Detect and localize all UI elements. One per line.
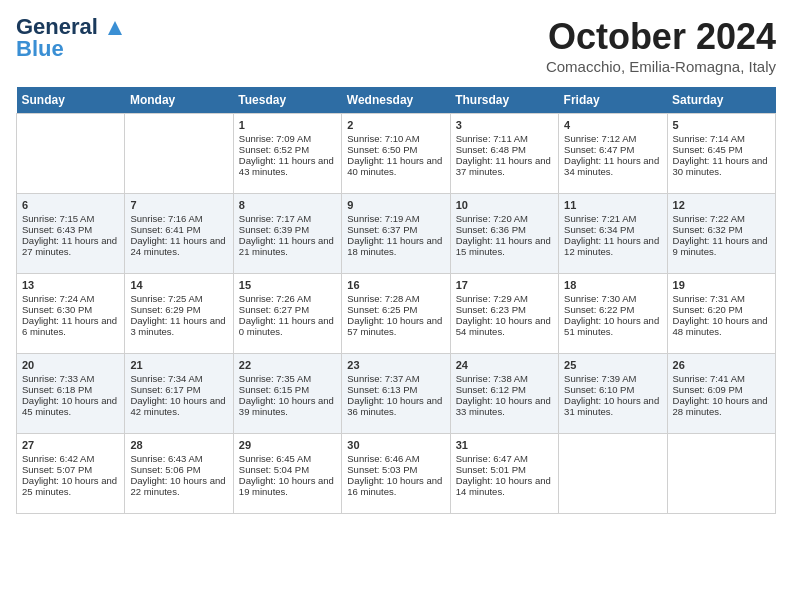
week-row-1: 1Sunrise: 7:09 AMSunset: 6:52 PMDaylight… [17,114,776,194]
cell-w4-d7: 26Sunrise: 7:41 AMSunset: 6:09 PMDayligh… [667,354,775,434]
sunrise-text: Sunrise: 7:33 AM [22,373,119,384]
sunset-text: Sunset: 5:07 PM [22,464,119,475]
cell-w2-d7: 12Sunrise: 7:22 AMSunset: 6:32 PMDayligh… [667,194,775,274]
daylight-text: Daylight: 10 hours and 42 minutes. [130,395,227,417]
daylight-text: Daylight: 10 hours and 36 minutes. [347,395,444,417]
daylight-text: Daylight: 10 hours and 39 minutes. [239,395,336,417]
sunrise-text: Sunrise: 7:14 AM [673,133,770,144]
day-number: 2 [347,119,444,131]
daylight-text: Daylight: 11 hours and 9 minutes. [673,235,770,257]
sunset-text: Sunset: 6:09 PM [673,384,770,395]
sunset-text: Sunset: 6:25 PM [347,304,444,315]
day-number: 12 [673,199,770,211]
sunset-text: Sunset: 6:37 PM [347,224,444,235]
day-number: 14 [130,279,227,291]
cell-w2-d3: 8Sunrise: 7:17 AMSunset: 6:39 PMDaylight… [233,194,341,274]
day-number: 20 [22,359,119,371]
cell-w4-d4: 23Sunrise: 7:37 AMSunset: 6:13 PMDayligh… [342,354,450,434]
daylight-text: Daylight: 11 hours and 3 minutes. [130,315,227,337]
sunset-text: Sunset: 6:52 PM [239,144,336,155]
cell-w1-d1 [17,114,125,194]
day-number: 26 [673,359,770,371]
sunset-text: Sunset: 6:13 PM [347,384,444,395]
day-number: 10 [456,199,553,211]
day-number: 27 [22,439,119,451]
sunset-text: Sunset: 5:04 PM [239,464,336,475]
day-number: 13 [22,279,119,291]
cell-w5-d1: 27Sunrise: 6:42 AMSunset: 5:07 PMDayligh… [17,434,125,514]
month-title: October 2024 [546,16,776,58]
day-number: 25 [564,359,661,371]
sunset-text: Sunset: 6:45 PM [673,144,770,155]
sunrise-text: Sunrise: 7:29 AM [456,293,553,304]
sunrise-text: Sunrise: 7:22 AM [673,213,770,224]
week-row-5: 27Sunrise: 6:42 AMSunset: 5:07 PMDayligh… [17,434,776,514]
daylight-text: Daylight: 10 hours and 19 minutes. [239,475,336,497]
sunrise-text: Sunrise: 6:46 AM [347,453,444,464]
cell-w1-d4: 2Sunrise: 7:10 AMSunset: 6:50 PMDaylight… [342,114,450,194]
day-number: 23 [347,359,444,371]
sunrise-text: Sunrise: 7:12 AM [564,133,661,144]
sunrise-text: Sunrise: 7:38 AM [456,373,553,384]
svg-marker-0 [108,21,122,35]
sunset-text: Sunset: 6:41 PM [130,224,227,235]
sunrise-text: Sunrise: 7:16 AM [130,213,227,224]
daylight-text: Daylight: 11 hours and 21 minutes. [239,235,336,257]
sunrise-text: Sunrise: 6:43 AM [130,453,227,464]
sunset-text: Sunset: 6:32 PM [673,224,770,235]
cell-w5-d3: 29Sunrise: 6:45 AMSunset: 5:04 PMDayligh… [233,434,341,514]
cell-w2-d4: 9Sunrise: 7:19 AMSunset: 6:37 PMDaylight… [342,194,450,274]
day-number: 11 [564,199,661,211]
cell-w4-d3: 22Sunrise: 7:35 AMSunset: 6:15 PMDayligh… [233,354,341,434]
calendar-header-row: Sunday Monday Tuesday Wednesday Thursday… [17,87,776,114]
sunrise-text: Sunrise: 7:41 AM [673,373,770,384]
col-wednesday: Wednesday [342,87,450,114]
calendar-table: Sunday Monday Tuesday Wednesday Thursday… [16,87,776,514]
sunset-text: Sunset: 6:39 PM [239,224,336,235]
logo-text: General [16,16,124,38]
cell-w4-d2: 21Sunrise: 7:34 AMSunset: 6:17 PMDayligh… [125,354,233,434]
col-monday: Monday [125,87,233,114]
sunrise-text: Sunrise: 7:25 AM [130,293,227,304]
day-number: 3 [456,119,553,131]
sunset-text: Sunset: 5:06 PM [130,464,227,475]
cell-w5-d6 [559,434,667,514]
day-number: 15 [239,279,336,291]
sunset-text: Sunset: 6:20 PM [673,304,770,315]
sunset-text: Sunset: 6:15 PM [239,384,336,395]
sunset-text: Sunset: 6:18 PM [22,384,119,395]
daylight-text: Daylight: 10 hours and 54 minutes. [456,315,553,337]
sunset-text: Sunset: 6:34 PM [564,224,661,235]
sunset-text: Sunset: 6:50 PM [347,144,444,155]
day-number: 9 [347,199,444,211]
sunrise-text: Sunrise: 7:28 AM [347,293,444,304]
week-row-4: 20Sunrise: 7:33 AMSunset: 6:18 PMDayligh… [17,354,776,434]
daylight-text: Daylight: 11 hours and 37 minutes. [456,155,553,177]
sunrise-text: Sunrise: 7:20 AM [456,213,553,224]
page-header: General Blue October 2024 Comacchio, Emi… [16,16,776,75]
sunrise-text: Sunrise: 7:24 AM [22,293,119,304]
daylight-text: Daylight: 11 hours and 30 minutes. [673,155,770,177]
day-number: 29 [239,439,336,451]
sunrise-text: Sunrise: 7:30 AM [564,293,661,304]
sunrise-text: Sunrise: 6:47 AM [456,453,553,464]
location: Comacchio, Emilia-Romagna, Italy [546,58,776,75]
sunrise-text: Sunrise: 6:42 AM [22,453,119,464]
sunrise-text: Sunrise: 7:17 AM [239,213,336,224]
daylight-text: Daylight: 10 hours and 22 minutes. [130,475,227,497]
daylight-text: Daylight: 10 hours and 33 minutes. [456,395,553,417]
sunset-text: Sunset: 5:03 PM [347,464,444,475]
daylight-text: Daylight: 10 hours and 48 minutes. [673,315,770,337]
cell-w1-d2 [125,114,233,194]
cell-w1-d3: 1Sunrise: 7:09 AMSunset: 6:52 PMDaylight… [233,114,341,194]
sunset-text: Sunset: 6:36 PM [456,224,553,235]
logo-blue: Blue [16,38,64,60]
day-number: 8 [239,199,336,211]
daylight-text: Daylight: 10 hours and 57 minutes. [347,315,444,337]
day-number: 6 [22,199,119,211]
day-number: 31 [456,439,553,451]
sunset-text: Sunset: 6:47 PM [564,144,661,155]
col-friday: Friday [559,87,667,114]
sunrise-text: Sunrise: 7:26 AM [239,293,336,304]
cell-w2-d5: 10Sunrise: 7:20 AMSunset: 6:36 PMDayligh… [450,194,558,274]
